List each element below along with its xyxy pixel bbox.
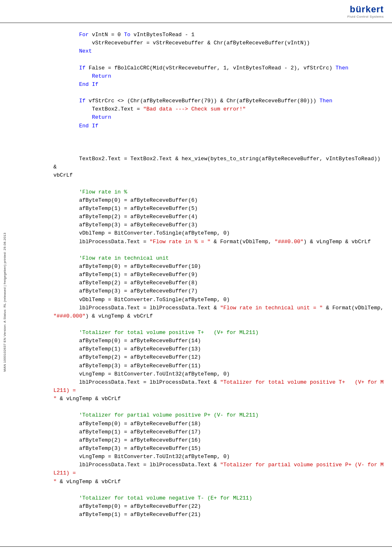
bottom-border — [0, 546, 392, 547]
logo-container: bürkert Fluid Control Systems — [347, 4, 384, 18]
code-line-for: For vIntN = 0 To vIntBytesToRead - 1 vSt… — [53, 32, 384, 518]
logo-text: bürkert — [350, 4, 384, 15]
code-block: For vIntN = 0 To vIntBytesToRead - 1 vSt… — [53, 31, 384, 519]
side-text-container: MAN 1000102637 EN Version: A Status: RL … — [0, 82, 9, 522]
logo-subtitle: Fluid Control Systems — [347, 15, 384, 18]
side-text: MAN 1000102637 EN Version: A Status: RL … — [3, 233, 7, 371]
top-border — [0, 23, 392, 23]
code-content: For vIntN = 0 To vIntBytesToRead - 1 vSt… — [53, 27, 384, 543]
